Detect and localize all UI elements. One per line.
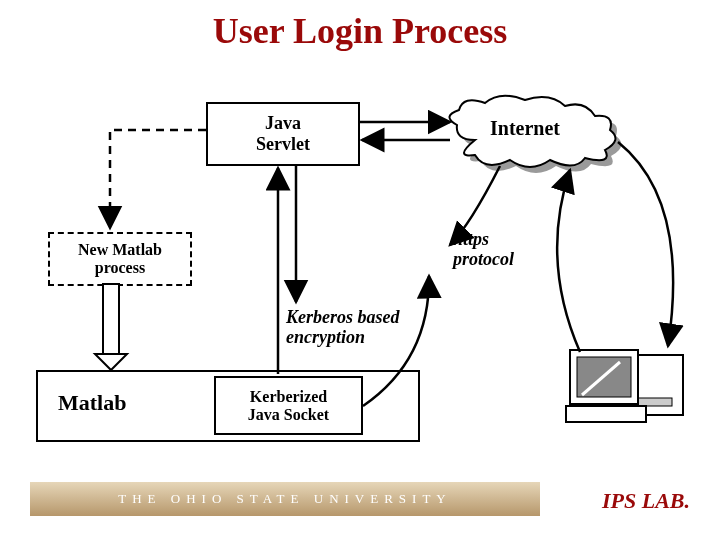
footer-university-text: THE OHIO STATE UNIVERSITY (118, 491, 451, 507)
footer-lab-label: IPS LAB. (602, 488, 690, 514)
footer-university-bar: THE OHIO STATE UNIVERSITY (30, 482, 540, 516)
svg-rect-7 (103, 284, 119, 354)
connectors (0, 0, 720, 540)
